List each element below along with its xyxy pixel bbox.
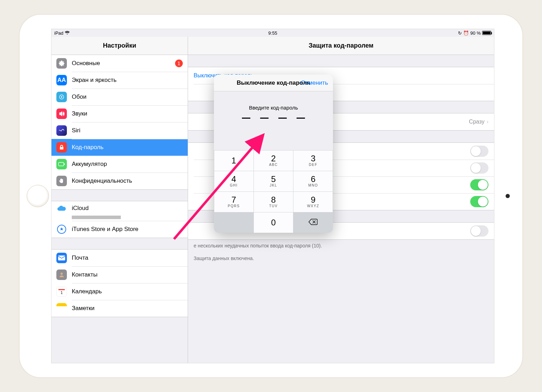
keypad-key-5[interactable]: 5JKL [254, 171, 293, 191]
icloud-icon [56, 203, 67, 214]
status-time: 9:55 [268, 30, 277, 36]
chevron-right-icon: › [487, 119, 488, 125]
icloud-account-redacted [72, 216, 121, 219]
keypad-key-9[interactable]: 9WXYZ [293, 192, 333, 212]
sidebar-item-privacy[interactable]: Конфиденциальность [51, 173, 188, 189]
front-camera [506, 194, 510, 198]
sidebar-item-calendar[interactable]: 1 Календарь [51, 283, 188, 300]
numeric-keypad: 1 2ABC 3DEF 4GHI 5JKL 6MNO 7PQRS 8TUV 9W… [214, 150, 333, 233]
sidebar-item-siri[interactable]: Siri [51, 122, 188, 139]
toggle-switch[interactable] [470, 179, 488, 190]
sidebar-item-icloud[interactable]: iCloud [51, 201, 188, 221]
keypad-key-delete[interactable] [293, 212, 333, 233]
sidebar-item-label: Обои [72, 93, 86, 100]
svg-rect-3 [64, 163, 65, 165]
svg-point-6 [61, 273, 63, 275]
sidebar-item-notes[interactable]: Заметки [51, 300, 188, 317]
svg-text:1: 1 [61, 290, 63, 295]
sidebar-item-wallpaper[interactable]: Обои [51, 89, 188, 105]
keypad-key-7[interactable]: 7PQRS [214, 192, 253, 212]
sidebar-item-label: Заметки [72, 305, 95, 312]
wifi-icon [65, 30, 70, 36]
sidebar-item-label: Контакты [72, 271, 97, 278]
sidebar-item-label: Экран и яркость [72, 77, 117, 84]
lock-icon [56, 142, 67, 153]
speaker-icon [56, 108, 67, 119]
data-protection-footer: Защита данных включена. [188, 252, 494, 265]
sidebar-item-label: Конфиденциальность [72, 177, 132, 184]
battery-icon [56, 159, 67, 169]
ipad-device-frame: iPad 9:55 ↻ ⏰ 90 % Настройки Защита код-… [19, 14, 523, 378]
sidebar-item-contacts[interactable]: Контакты [51, 266, 188, 283]
svg-rect-2 [58, 162, 64, 166]
sidebar-item-label: iTunes Store и App Store [72, 226, 138, 233]
sidebar-item-display[interactable]: AA Экран и яркость [51, 72, 188, 89]
sidebar-item-label: Siri [72, 127, 81, 134]
backspace-icon [308, 218, 318, 227]
hand-icon [56, 176, 67, 186]
keypad-key-8[interactable]: 8TUV [254, 192, 293, 212]
keypad-key-1[interactable]: 1 [214, 150, 253, 171]
title-bars: Настройки Защита код-паролем [51, 37, 494, 55]
calendar-icon: 1 [56, 286, 67, 297]
svg-point-1 [61, 96, 62, 98]
keypad-key-6[interactable]: 6MNO [293, 171, 333, 191]
cancel-button[interactable]: Отменить [301, 79, 328, 86]
status-bar: iPad 9:55 ↻ ⏰ 90 % [51, 29, 494, 37]
settings-sidebar[interactable]: Основные 1 AA Экран и яркость Обои [51, 55, 188, 363]
keypad-key-0[interactable]: 0 [254, 212, 293, 233]
sidebar-item-passcode[interactable]: Код-пароль [51, 139, 188, 156]
contacts-icon [56, 270, 67, 280]
gear-icon [56, 58, 67, 69]
sidebar-item-label: Аккумулятор [72, 161, 107, 168]
toggle-switch[interactable] [470, 196, 488, 207]
battery-pct: 90 % [470, 30, 481, 36]
sidebar-item-label: Основные [72, 60, 100, 67]
mail-icon [56, 253, 67, 263]
notification-badge: 1 [175, 59, 183, 67]
orientation-lock-icon: ↻ [458, 30, 462, 36]
require-passcode-value: Сразу [469, 119, 484, 125]
toggle-switch[interactable] [470, 225, 488, 237]
sidebar-item-battery[interactable]: Аккумулятор [51, 156, 188, 173]
battery-icon [482, 31, 491, 35]
sidebar-item-label: Почта [72, 254, 88, 261]
detail-title: Защита код-паролем [188, 37, 494, 55]
text-size-icon: AA [56, 75, 67, 85]
popover-title: Выключение код-пароля [237, 79, 310, 86]
sidebar-item-label: Календарь [72, 288, 102, 295]
sidebar-item-general[interactable]: Основные 1 [51, 55, 188, 72]
sidebar-item-label: Звуки [72, 110, 87, 117]
svg-rect-5 [58, 255, 65, 260]
appstore-icon [56, 224, 67, 234]
siri-icon [56, 125, 67, 136]
keypad-key-4[interactable]: 4GHI [214, 171, 253, 191]
sidebar-item-itunes[interactable]: iTunes Store и App Store [51, 221, 188, 238]
toggle-switch[interactable] [470, 146, 488, 157]
home-button[interactable] [27, 185, 49, 207]
sidebar-item-sounds[interactable]: Звуки [51, 105, 188, 122]
toggle-switch[interactable] [470, 162, 488, 174]
passcode-dashes [214, 118, 333, 119]
popover-prompt: Введите код-пароль [214, 91, 333, 118]
wallpaper-icon [56, 92, 67, 102]
sidebar-title: Настройки [51, 37, 188, 55]
passcode-entry-popover: Выключение код-пароля Отменить Введите к… [214, 75, 333, 233]
sidebar-item-mail[interactable]: Почта [51, 250, 188, 266]
status-device-label: iPad [54, 30, 63, 36]
erase-data-footer: e нескольких неудачных попыток ввода код… [188, 240, 494, 252]
alarm-icon: ⏰ [463, 30, 469, 36]
sidebar-item-label: Код-пароль [72, 144, 104, 151]
sidebar-item-label: iCloud [72, 205, 89, 212]
svg-rect-7 [58, 289, 65, 290]
keypad-key-blank [214, 212, 253, 233]
keypad-key-3[interactable]: 3DEF [293, 150, 333, 171]
keypad-key-2[interactable]: 2ABC [254, 150, 293, 171]
notes-icon [56, 303, 67, 314]
screen: iPad 9:55 ↻ ⏰ 90 % Настройки Защита код-… [51, 29, 494, 363]
